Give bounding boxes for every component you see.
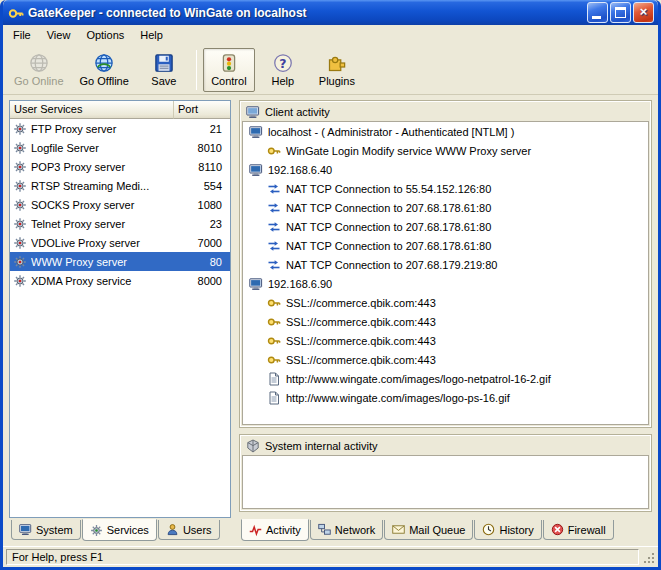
save-icon (154, 53, 174, 73)
globe-offline-icon (94, 53, 114, 73)
window-title: GateKeeper - connected to WinGate on loc… (28, 6, 583, 20)
service-row-pop3-proxy-server[interactable]: POP3 Proxy server8110 (10, 157, 230, 176)
client-activity-list: localhost - ( Administrator - Authentica… (242, 121, 649, 425)
service-name: Telnet Proxy server (31, 218, 176, 230)
tree-item-text: 192.168.6.40 (268, 164, 332, 176)
toolbar-separator (196, 50, 197, 90)
service-row-ftp-proxy-server[interactable]: FTP Proxy server21 (10, 119, 230, 138)
toolbar-plugins-button[interactable]: Plugins (311, 48, 363, 92)
service-port: 8110 (180, 161, 228, 173)
tab-system[interactable]: System (11, 520, 81, 540)
window-controls: × (587, 2, 654, 23)
service-row-rtsp-streaming-medi[interactable]: RTSP Streaming Medi...554 (10, 176, 230, 195)
key-icon (267, 334, 281, 348)
tab-mail-queue[interactable]: Mail Queue (384, 520, 473, 540)
toolbar-go-offline-button[interactable]: Go Offline (73, 48, 136, 92)
tree-item-text: SSL://commerce.qbik.com:443 (286, 316, 436, 328)
tab-activity[interactable]: Activity (241, 519, 309, 541)
tree-item[interactable]: localhost - ( Administrator - Authentica… (243, 122, 648, 141)
page-icon (267, 391, 281, 405)
tree-item[interactable]: NAT TCP Connection to 207.68.178.61:80 (243, 236, 648, 255)
toolbar-control-label: Control (211, 75, 246, 87)
minimize-icon (592, 16, 601, 19)
system-activity-header: System internal activity (242, 437, 649, 455)
tree-item-text: WinGate Login Modify service WWW Proxy s… (286, 145, 531, 157)
tab-services-label: Services (107, 524, 149, 536)
service-name: Logfile Server (31, 142, 176, 154)
service-row-telnet-proxy-server[interactable]: Telnet Proxy server23 (10, 214, 230, 233)
minimize-button[interactable] (587, 2, 608, 23)
tree-item[interactable]: http://www.wingate.com/images/logo-ps-16… (243, 388, 648, 407)
app-window: GateKeeper - connected to WinGate on loc… (0, 0, 661, 570)
service-name: POP3 Proxy server (31, 161, 176, 173)
key-icon (267, 353, 281, 367)
column-header-port[interactable]: Port (174, 101, 230, 119)
tab-users[interactable]: Users (158, 520, 220, 540)
nat-icon (267, 201, 281, 215)
tree-item[interactable]: 192.168.6.40 (243, 160, 648, 179)
service-icon (13, 179, 27, 193)
tree-item[interactable]: SSL://commerce.qbik.com:443 (243, 331, 648, 350)
tree-item[interactable]: SSL://commerce.qbik.com:443 (243, 312, 648, 331)
service-row-vdolive-proxy-server[interactable]: VDOLive Proxy server7000 (10, 233, 230, 252)
client-activity-title: Client activity (265, 106, 330, 118)
menu-view[interactable]: View (39, 26, 79, 44)
tree-item-text: SSL://commerce.qbik.com:443 (286, 354, 436, 366)
tab-firewall-label: Firewall (568, 524, 606, 536)
services-icon (90, 524, 103, 537)
tree-item[interactable]: 192.168.6.90 (243, 274, 648, 293)
menu-bar: FileViewOptionsHelp (3, 25, 658, 45)
monitor-icon (246, 105, 260, 119)
column-header-user-services[interactable]: User Services (10, 101, 174, 119)
titlebar[interactable]: GateKeeper - connected to WinGate on loc… (3, 0, 658, 25)
toolbar-save-button[interactable]: Save (138, 48, 190, 92)
tab-network[interactable]: Network (310, 520, 383, 540)
service-port: 21 (180, 123, 228, 135)
tree-item[interactable]: SSL://commerce.qbik.com:443 (243, 293, 648, 312)
tab-firewall[interactable]: Firewall (543, 520, 614, 540)
tree-item[interactable]: SSL://commerce.qbik.com:443 (243, 350, 648, 369)
menu-options[interactable]: Options (78, 26, 132, 44)
service-row-xdma-proxy-service[interactable]: XDMA Proxy service8000 (10, 271, 230, 290)
tree-item-text: localhost - ( Administrator - Authentica… (268, 126, 514, 138)
tree-item[interactable]: NAT TCP Connection to 207.68.179.219:80 (243, 255, 648, 274)
tree-item[interactable]: NAT TCP Connection to 55.54.152.126:80 (243, 179, 648, 198)
close-button[interactable]: × (633, 2, 654, 23)
tree-item-text: NAT TCP Connection to 207.68.178.61:80 (286, 240, 491, 252)
client-activity-header: Client activity (242, 103, 649, 121)
resize-grip[interactable] (642, 549, 656, 565)
tree-item-text: NAT TCP Connection to 207.68.178.61:80 (286, 202, 491, 214)
toolbar-help-button[interactable]: ?Help (257, 48, 309, 92)
service-port: 8010 (180, 142, 228, 154)
service-row-socks-proxy-server[interactable]: SOCKS Proxy server1080 (10, 195, 230, 214)
services-list: User ServicesPort FTP Proxy server21Logf… (9, 100, 231, 518)
service-name: WWW Proxy server (31, 256, 176, 268)
tree-item-text: NAT TCP Connection to 207.68.179.219:80 (286, 259, 497, 271)
key-icon (267, 315, 281, 329)
tab-services[interactable]: Services (82, 519, 157, 541)
tree-item[interactable]: NAT TCP Connection to 207.68.178.61:80 (243, 198, 648, 217)
tab-activity-label: Activity (266, 524, 301, 536)
tree-item[interactable]: WinGate Login Modify service WWW Proxy s… (243, 141, 648, 160)
service-row-logfile-server[interactable]: Logfile Server8010 (10, 138, 230, 157)
tree-item-text: NAT TCP Connection to 55.54.152.126:80 (286, 183, 491, 195)
menu-file[interactable]: File (5, 26, 39, 44)
computer-icon (249, 125, 263, 139)
service-row-www-proxy-server[interactable]: WWW Proxy server80 (10, 252, 230, 271)
mail-icon (392, 523, 405, 536)
tree-item[interactable]: NAT TCP Connection to 207.68.178.61:80 (243, 217, 648, 236)
toolbar-go-online-button[interactable]: Go Online (7, 48, 71, 92)
service-icon (13, 217, 27, 231)
status-text: For Help, press F1 (6, 549, 639, 565)
service-name: FTP Proxy server (31, 123, 176, 135)
activity-icon (249, 524, 262, 537)
maximize-button[interactable] (610, 2, 631, 23)
cube-icon (246, 439, 260, 453)
tab-history[interactable]: History (474, 520, 541, 540)
toolbar-control-button[interactable]: Control (203, 48, 255, 92)
services-list-body: FTP Proxy server21Logfile Server8010POP3… (10, 119, 230, 517)
menu-help[interactable]: Help (132, 26, 171, 44)
tree-item-text: 192.168.6.90 (268, 278, 332, 290)
tree-item[interactable]: http://www.wingate.com/images/logo-netpa… (243, 369, 648, 388)
tree-item-text: SSL://commerce.qbik.com:443 (286, 297, 436, 309)
